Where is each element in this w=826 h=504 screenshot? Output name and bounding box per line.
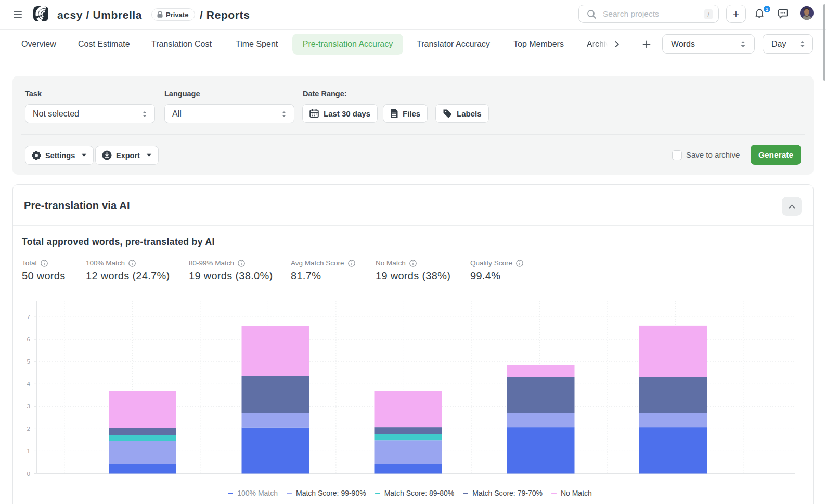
svg-text:7: 7 [27, 314, 30, 320]
svg-text:2: 2 [27, 425, 30, 432]
svg-text:4: 4 [27, 381, 31, 387]
svg-text:3: 3 [27, 403, 30, 409]
svg-text:1: 1 [27, 448, 30, 454]
svg-text:0: 0 [27, 471, 30, 477]
svg-text:6: 6 [27, 336, 30, 342]
svg-text:5: 5 [27, 358, 30, 365]
